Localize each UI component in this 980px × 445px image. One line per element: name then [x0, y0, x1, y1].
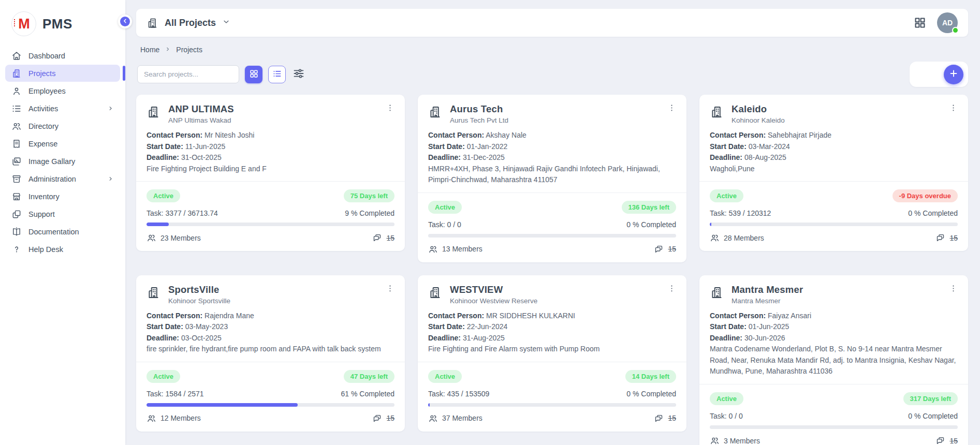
card-divider — [418, 362, 686, 362]
card-divider — [418, 192, 686, 193]
sidebar-item-employees[interactable]: Employees — [5, 82, 120, 99]
add-project-button[interactable] — [944, 65, 963, 84]
building-icon — [710, 286, 724, 300]
apps-grid-icon[interactable] — [913, 16, 927, 29]
members-count: 13 Members — [442, 245, 482, 253]
project-description: fire sprinkler, fire hydrant,fire pump r… — [147, 344, 394, 355]
avatar-initials: AD — [942, 19, 953, 27]
sidebar-item-support[interactable]: Support — [5, 205, 120, 222]
contact-person-row: Contact Person: MR SIDDHESH KULKARNI — [428, 310, 676, 322]
start-date-row: Start Date: 01-Jan-2022 — [428, 141, 676, 153]
comments-group[interactable]: 15 — [935, 436, 958, 445]
progress-bar — [147, 403, 394, 407]
comments-count: 15 — [949, 234, 958, 242]
project-subtitle: Kohinoor Kaleido — [732, 116, 939, 124]
completed-percent: 61 % Completed — [341, 390, 394, 398]
breadcrumb: Home Projects — [140, 46, 968, 54]
days-left-badge: 317 Days left — [903, 392, 958, 405]
search-input[interactable] — [137, 65, 239, 83]
comments-group[interactable]: 15 — [654, 413, 676, 423]
members-group[interactable]: 3 Members — [710, 436, 760, 445]
sidebar-item-inventory[interactable]: Inventory — [5, 188, 120, 205]
list-view-icon — [272, 69, 282, 80]
sidebar-item-documentation[interactable]: Documentation — [5, 223, 120, 240]
topbar: All Projects AD — [136, 9, 968, 37]
sidebar-item-administration[interactable]: Administration — [5, 170, 120, 187]
sidebar-item-label: Projects — [28, 69, 55, 78]
project-card: Mantra Mesmer Mantra Mesmer Contact Pers… — [699, 275, 968, 445]
grid-view-button[interactable] — [245, 66, 262, 83]
card-menu-button[interactable] — [665, 102, 678, 115]
days-left-badge: 75 Days left — [344, 189, 394, 202]
chevron-left-icon — [122, 18, 128, 26]
sidebar-item-label: Activities — [28, 105, 58, 113]
projects-grid: ANP ULTIMAS ANP Ultimas Wakad Contact Pe… — [136, 95, 968, 445]
members-group[interactable]: 37 Members — [428, 413, 482, 423]
comments-group[interactable]: 15 — [372, 233, 394, 243]
progress-bar — [428, 403, 676, 407]
building-icon — [428, 105, 442, 119]
project-title: Mantra Mesmer — [732, 284, 939, 295]
project-scope-dropdown[interactable]: All Projects — [147, 17, 230, 29]
people-icon — [147, 413, 156, 423]
project-subtitle: Aurus Tech Pvt Ltd — [450, 116, 657, 124]
sidebar-item-label: Support — [28, 210, 55, 218]
card-menu-button[interactable] — [384, 283, 397, 295]
card-divider — [136, 362, 405, 362]
chat-icon — [654, 244, 664, 254]
user-avatar[interactable]: AD — [937, 12, 958, 33]
comments-group[interactable]: 15 — [654, 244, 676, 254]
project-title: Kaleido — [732, 103, 939, 115]
sidebar-item-image-gallary[interactable]: Image Gallary — [5, 153, 120, 170]
grid-view-icon — [249, 69, 259, 80]
list-view-button[interactable] — [268, 66, 286, 83]
comments-count: 15 — [668, 414, 676, 422]
members-count: 12 Members — [160, 414, 201, 422]
card-menu-button[interactable] — [947, 102, 960, 115]
sidebar-item-directory[interactable]: Directory — [5, 117, 120, 135]
deadline-row: Deadline: 31-Aug-2025 — [428, 333, 676, 344]
project-subtitle: ANP Ultimas Wakad — [168, 116, 376, 124]
sidebar-item-help-desk[interactable]: Help Desk — [5, 241, 120, 258]
plus-icon — [948, 68, 959, 80]
filter-button[interactable] — [290, 66, 308, 83]
members-group[interactable]: 23 Members — [147, 233, 201, 243]
kebab-icon — [386, 106, 394, 114]
card-menu-button[interactable] — [665, 283, 678, 295]
people-icon — [11, 121, 22, 131]
building-icon — [11, 68, 22, 79]
comments-group[interactable]: 15 — [935, 233, 958, 243]
members-group[interactable]: 13 Members — [428, 244, 482, 254]
members-group[interactable]: 12 Members — [147, 413, 201, 423]
gallery-icon — [11, 156, 22, 167]
breadcrumb-home[interactable]: Home — [140, 46, 159, 54]
sidebar-item-projects[interactable]: Projects — [5, 65, 120, 82]
project-description: Fire Fighting Project Building E and F — [147, 164, 394, 175]
members-count: 28 Members — [724, 234, 764, 242]
status-badge: Active — [147, 189, 180, 202]
sidebar-item-expense[interactable]: Expense — [5, 135, 120, 152]
members-count: 23 Members — [160, 234, 201, 242]
comments-group[interactable]: 15 — [372, 413, 394, 423]
chevron-right-icon — [165, 46, 171, 54]
comments-count: 15 — [386, 414, 394, 422]
people-icon — [428, 413, 438, 423]
completed-percent: 0 % Completed — [908, 209, 958, 217]
project-card: Kaleido Kohinoor Kaleido Contact Person:… — [699, 95, 968, 251]
days-left-badge: 47 Days left — [344, 370, 394, 383]
members-group[interactable]: 28 Members — [710, 233, 764, 243]
deadline-row: Deadline: 03-Oct-2025 — [147, 333, 394, 344]
sidebar-item-dashboard[interactable]: Dashboard — [5, 47, 120, 64]
sidebar-item-label: Dashboard — [28, 52, 65, 60]
sidebar-collapse-button[interactable] — [118, 14, 132, 28]
task-count: Task: 1584 / 2571 — [147, 390, 204, 398]
card-menu-button[interactable] — [947, 283, 960, 295]
project-title: WESTVIEW — [450, 284, 657, 295]
people-icon — [710, 436, 720, 445]
sidebar: M PMS Dashboard Projects Employees Activ… — [0, 0, 125, 445]
status-badge: Active — [428, 370, 462, 383]
sidebar-item-activities[interactable]: Activities — [5, 100, 120, 117]
card-menu-button[interactable] — [384, 102, 397, 115]
project-description: Wagholi,Pune — [710, 164, 958, 175]
project-description: Mantra Codename Wonderland, Plot B, S. N… — [710, 344, 958, 377]
